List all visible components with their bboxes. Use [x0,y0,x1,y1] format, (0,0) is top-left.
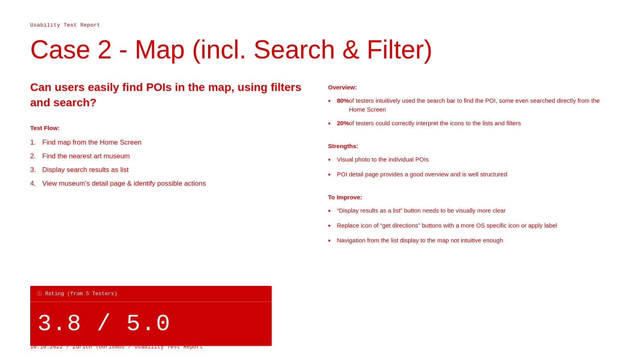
item-number: 4. [30,180,42,188]
list-item: Replace icon of “get directions” buttons… [328,221,614,231]
item-number: 1. [30,139,42,147]
item-text: Display search results as list [42,166,128,174]
list-item: 2. Find the nearest art museum [30,152,304,160]
item-number: 2. [30,152,42,160]
test-flow-list: 1. Find map from the Home Screen 2. Find… [30,139,304,193]
right-column: Overview: 80% of testers intuitively use… [328,80,614,346]
list-item: POI detail page provides a good overview… [328,170,614,180]
improve-list: “Display results as a list” button needs… [328,206,614,251]
list-item: Visual photo to the individual POIs [328,155,614,165]
item-number: 3. [30,166,42,174]
header-label: Usability Test Report [30,22,614,28]
item-text: Navigation from the list display to the … [337,236,503,245]
list-item: 1. Find map from the Home Screen [30,139,304,147]
item-text: POI detail page provides a good overview… [337,170,507,179]
item-text: of testers intuitively used the search b… [349,96,614,114]
item-text: View museum's detail page & identify pos… [42,180,206,188]
item-text: Find map from the Home Screen [42,139,142,147]
item-text: Find the nearest art museum [42,152,130,160]
bold-text: 20% [337,119,349,128]
list-item: “Display results as a list” button needs… [328,206,614,216]
question-text: Can users easily find POIs in the map, u… [30,80,304,110]
list-item: 80% of testers intuitively used the sear… [328,96,614,114]
content-area: Can users easily find POIs in the map, u… [30,80,614,346]
strengths-label: Strengths: [328,143,614,149]
rating-header: ⓘ Rating (from 5 Testers) [30,286,272,302]
item-text: Replace icon of “get directions” buttons… [337,221,557,230]
rating-box: ⓘ Rating (from 5 Testers) 3.8 / 5.0 [30,286,272,346]
list-item: 4. View museum's detail page & identify … [30,180,304,188]
strengths-list: Visual photo to the individual POIs POI … [328,155,614,185]
test-flow-label: Test Flow: [30,124,304,131]
list-item: Navigation from the list display to the … [328,236,614,246]
overview-list: 80% of testers intuitively used the sear… [328,96,614,134]
item-text: of testers could correctly interpret the… [349,119,521,128]
rating-value: 3.8 / 5.0 [30,302,272,346]
overview-label: Overview: [328,84,614,91]
list-item: 3. Display search results as list [30,166,304,174]
item-text: Visual photo to the individual POIs [337,155,429,164]
improve-label: To Improve: [328,194,614,201]
bold-text: 80% [337,96,349,105]
footer-text: 10.10.2022 / Zürich Tourismus / Usabilit… [30,344,203,350]
item-text: “Display results as a list” button needs… [337,206,506,215]
main-title: Case 2 - Map (incl. Search & Filter) [30,35,614,64]
info-icon: ⓘ [37,291,42,297]
list-item: 20% of testers could correctly interpret… [328,119,614,129]
left-column: Can users easily find POIs in the map, u… [30,80,304,346]
rating-header-label: Rating (from 5 Testers) [45,291,117,297]
page-container: Usability Test Report Case 2 - Map (incl… [0,0,644,362]
